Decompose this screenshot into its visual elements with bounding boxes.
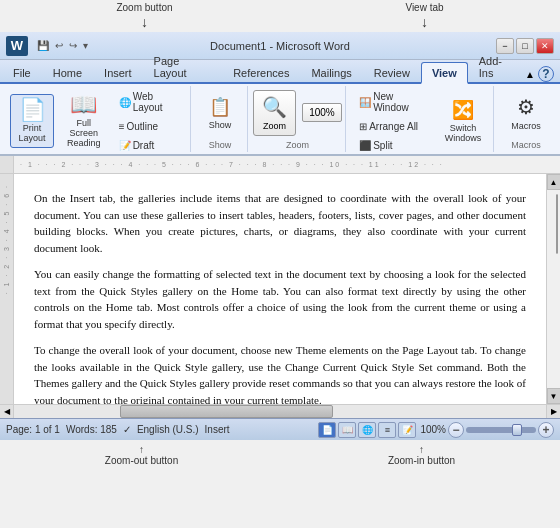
print-layout-icon: 📄 <box>19 99 46 121</box>
print-view-icon-btn[interactable]: 📄 <box>318 422 336 438</box>
new-window-btn[interactable]: 🪟 New Window <box>354 88 431 116</box>
reading-label: Full ScreenReading <box>63 118 105 148</box>
spell-check-icon: ✓ <box>123 424 131 435</box>
tab-references[interactable]: References <box>222 62 300 82</box>
annotation-bar-top: Zoom button ↓ View tab ↓ <box>0 0 560 32</box>
show-group: 📋 Show Show <box>193 86 247 152</box>
quick-access-toolbar: 💾 ↩ ↪ ▾ <box>35 39 90 52</box>
split-btn[interactable]: ⬛ Split <box>354 137 431 154</box>
window-buttons: 🪟 New Window ⊞ Arrange All ⬛ Split 🔀 Swi… <box>354 88 487 154</box>
zoom-out-button[interactable]: − <box>448 422 464 438</box>
tab-view[interactable]: View <box>421 62 468 84</box>
title-bar-left: W 💾 ↩ ↪ ▾ <box>6 36 90 56</box>
undo-quick-btn[interactable]: ↩ <box>53 39 65 52</box>
reading-view-icon-btn[interactable]: 📖 <box>338 422 356 438</box>
insert-mode[interactable]: Insert <box>205 424 230 435</box>
vertical-scrollbar[interactable]: ▲ ▼ <box>546 174 560 404</box>
doc-paragraph-1: On the Insert tab, the galleries include… <box>34 190 526 256</box>
dropdown-quick-btn[interactable]: ▾ <box>81 39 90 52</box>
zoom-slider-thumb[interactable] <box>512 424 522 436</box>
arrange-icon: ⊞ <box>359 121 367 132</box>
close-button[interactable]: ✕ <box>536 38 554 54</box>
document-content[interactable]: On the Insert tab, the galleries include… <box>14 174 546 404</box>
scroll-left-btn[interactable]: ◀ <box>0 405 14 418</box>
ribbon-collapse-btn[interactable]: ▲ <box>525 69 535 80</box>
switch-icon: 🔀 <box>452 99 474 121</box>
zoom-in-button[interactable]: + <box>538 422 554 438</box>
print-layout-btn[interactable]: 📄 PrintLayout <box>10 94 54 148</box>
status-bar: Page: 1 of 1 Words: 185 ✓ English (U.S.)… <box>0 418 560 440</box>
scroll-down-btn[interactable]: ▼ <box>547 388 561 404</box>
tab-page-layout[interactable]: Page Layout <box>143 50 223 82</box>
zoom-100-btn[interactable]: 100% <box>302 103 342 122</box>
outline-icon: ≡ <box>119 121 125 132</box>
window-btns-col1: 🪟 New Window ⊞ Arrange All ⬛ Split <box>354 88 431 154</box>
window-group: 🪟 New Window ⊞ Arrange All ⬛ Split 🔀 Swi… <box>348 86 494 152</box>
tab-addins[interactable]: Add-Ins <box>468 50 525 82</box>
zoom-in-annotation: ↑ Zoom-in button <box>388 444 455 466</box>
page-count: Page: 1 of 1 <box>6 424 60 435</box>
save-quick-btn[interactable]: 💾 <box>35 39 51 52</box>
web-layout-btn[interactable]: 🌐 Web Layout <box>114 88 185 116</box>
macros-btn[interactable]: ⚙ Macros <box>504 90 548 136</box>
tab-home[interactable]: Home <box>42 62 93 82</box>
scroll-thumb[interactable] <box>556 194 558 254</box>
reading-icon: 📖 <box>70 94 97 116</box>
show-label: Show <box>209 120 232 130</box>
help-btn[interactable]: ? <box>538 66 554 82</box>
tab-review[interactable]: Review <box>363 62 421 82</box>
zoom-out-label: Zoom-out button <box>105 455 178 466</box>
outline-view-icon-btn[interactable]: ≡ <box>378 422 396 438</box>
tab-insert[interactable]: Insert <box>93 62 143 82</box>
show-icon: 📋 <box>209 96 231 118</box>
h-scroll-thumb[interactable] <box>120 405 333 418</box>
doc-views-buttons: 📄 PrintLayout 📖 Full ScreenReading 🌐 Web… <box>10 88 184 154</box>
web-layout-icon: 🌐 <box>119 97 131 108</box>
scroll-up-btn[interactable]: ▲ <box>547 174 561 190</box>
zoom-btn-label: Zoom <box>263 121 286 131</box>
view-tab-label: View tab <box>405 2 443 13</box>
zoom-out-arrow: ↑ <box>139 444 144 455</box>
macros-buttons: ⚙ Macros <box>504 88 548 137</box>
macros-icon: ⚙ <box>517 95 535 119</box>
new-window-icon: 🪟 <box>359 97 371 108</box>
document-views-group: 📄 PrintLayout 📖 Full ScreenReading 🌐 Web… <box>4 86 191 152</box>
zoom-buttons: 🔍 Zoom 100% <box>253 88 342 137</box>
draft-view-icon-btn[interactable]: 📝 <box>398 422 416 438</box>
horizontal-ruler: · 1 · · · 2 · · · 3 · · · 4 · · · 5 · · … <box>14 156 560 173</box>
zoom-out-annotation: ↑ Zoom-out button <box>105 444 178 466</box>
arrange-all-btn[interactable]: ⊞ Arrange All <box>354 118 431 135</box>
zoom-btn[interactable]: 🔍 Zoom <box>253 90 296 136</box>
draft-btn[interactable]: 📝 Draft <box>114 137 185 154</box>
zoom-arrow: ↓ <box>141 14 148 30</box>
full-screen-reading-btn[interactable]: 📖 Full ScreenReading <box>56 89 112 153</box>
horizontal-scrollbar-area: ◀ ▶ <box>0 404 560 418</box>
tab-mailings[interactable]: Mailings <box>300 62 362 82</box>
annotation-bar-bottom: ↑ Zoom-out button ↑ Zoom-in button <box>0 440 560 470</box>
view-tab-annotation: View tab ↓ <box>405 2 443 30</box>
zoom-icon: 🔍 <box>262 95 287 119</box>
zoom-button-annotation: Zoom button ↓ <box>116 2 172 30</box>
draft-icon: 📝 <box>119 140 131 151</box>
ribbon-content: 📄 PrintLayout 📖 Full ScreenReading 🌐 Web… <box>0 84 560 156</box>
outline-btn[interactable]: ≡ Outline <box>114 118 185 135</box>
h-scroll-track[interactable] <box>14 405 546 418</box>
show-btn[interactable]: 📋 Show <box>198 91 242 135</box>
ruler-area: · 1 · · · 2 · · · 3 · · · 4 · · · 5 · · … <box>0 156 560 174</box>
ruler-marks: · 1 · · · 2 · · · 3 · · · 4 · · · 5 · · … <box>14 156 560 173</box>
word-count: Words: 185 <box>66 424 117 435</box>
view-mode-icons: 📄 📖 🌐 ≡ 📝 <box>318 422 416 438</box>
switch-windows-btn[interactable]: 🔀 SwitchWindows <box>439 94 487 148</box>
zoom-slider[interactable] <box>466 427 536 433</box>
scroll-right-btn[interactable]: ▶ <box>546 405 560 418</box>
status-left: Page: 1 of 1 Words: 185 ✓ English (U.S.)… <box>6 424 230 435</box>
zoom-group: 🔍 Zoom 100% Zoom <box>250 86 347 152</box>
show-group-label: Show <box>209 137 232 150</box>
redo-quick-btn[interactable]: ↪ <box>67 39 79 52</box>
macros-label: Macros <box>511 121 541 131</box>
web-view-icon-btn[interactable]: 🌐 <box>358 422 376 438</box>
zoom-button-label: Zoom button <box>116 2 172 13</box>
language-indicator[interactable]: English (U.S.) <box>137 424 199 435</box>
tab-file[interactable]: File <box>2 62 42 82</box>
status-right: 📄 📖 🌐 ≡ 📝 100% − + <box>318 422 554 438</box>
